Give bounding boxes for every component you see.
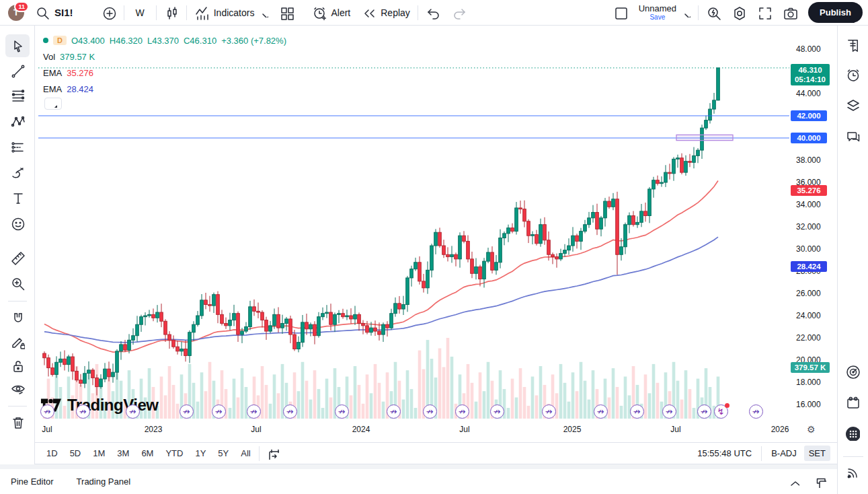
- candle-body[interactable]: [63, 359, 67, 364]
- candle-body[interactable]: [370, 328, 373, 332]
- restore-panel-icon[interactable]: [814, 476, 826, 488]
- candle-body[interactable]: [576, 236, 579, 241]
- candle-body[interactable]: [317, 317, 321, 336]
- candle-body[interactable]: [257, 311, 260, 312]
- trend-line-tool[interactable]: [5, 59, 30, 82]
- candle-body[interactable]: [225, 324, 228, 326]
- layout-name-button[interactable]: Unnamed Save: [633, 0, 696, 26]
- candle-body[interactable]: [402, 305, 405, 310]
- candle-body[interactable]: [668, 172, 672, 174]
- ema-slow-legend-row[interactable]: EMA 28.424: [43, 81, 286, 96]
- time-axis-settings-icon[interactable]: ⚙: [807, 424, 816, 435]
- candle-body[interactable]: [160, 312, 163, 321]
- candle-body[interactable]: [180, 349, 184, 351]
- contract-rollover-marker[interactable]: ↛: [126, 404, 140, 419]
- zoom-in-tool[interactable]: [5, 272, 30, 295]
- user-avatar[interactable]: T 11: [8, 5, 24, 21]
- candle-body[interactable]: [612, 199, 615, 207]
- candle-body[interactable]: [571, 236, 575, 246]
- candle-body[interactable]: [693, 155, 696, 162]
- candle-body[interactable]: [523, 209, 526, 221]
- candle-body[interactable]: [140, 317, 143, 325]
- watchlist-button[interactable]: [845, 38, 861, 54]
- contract-rollover-marker[interactable]: ↛: [630, 404, 644, 419]
- contract-rollover-marker[interactable]: ↛: [387, 404, 401, 419]
- contract-rollover-marker[interactable]: ↛: [542, 404, 556, 419]
- contract-rollover-marker[interactable]: ↛: [212, 404, 226, 419]
- fib-retracement-tool[interactable]: [5, 84, 30, 107]
- candle-body[interactable]: [600, 218, 603, 230]
- quick-search-button[interactable]: [701, 0, 726, 26]
- candle-body[interactable]: [620, 247, 623, 255]
- fullscreen-button[interactable]: [752, 0, 777, 26]
- candle-body[interactable]: [676, 158, 680, 160]
- pine-editor-tab[interactable]: Pine Editor: [11, 477, 54, 487]
- candle-body[interactable]: [382, 324, 385, 334]
- candle-body[interactable]: [309, 324, 313, 329]
- candle-body[interactable]: [531, 235, 535, 236]
- candle-body[interactable]: [697, 150, 700, 155]
- legend-collapse-button[interactable]: [44, 98, 62, 110]
- candle-body[interactable]: [212, 295, 216, 306]
- candle-body[interactable]: [47, 358, 50, 368]
- candle-body[interactable]: [519, 208, 522, 209]
- calendar-button[interactable]: [845, 395, 861, 411]
- candle-body[interactable]: [366, 326, 369, 332]
- undo-button[interactable]: [420, 0, 446, 26]
- candle-body[interactable]: [422, 281, 426, 288]
- contract-rollover-marker[interactable]: ↛: [490, 404, 504, 419]
- candle-body[interactable]: [253, 307, 256, 312]
- candle-body[interactable]: [196, 316, 200, 324]
- remove-drawings-tool[interactable]: [5, 411, 30, 433]
- candle-body[interactable]: [479, 267, 482, 279]
- layout-select-button[interactable]: [608, 0, 633, 26]
- candle-body[interactable]: [43, 353, 46, 358]
- candle-body[interactable]: [87, 370, 91, 374]
- candle-body[interactable]: [426, 270, 430, 287]
- save-label[interactable]: Save: [649, 13, 665, 21]
- candle-body[interactable]: [624, 225, 627, 247]
- symbol-legend-row[interactable]: D O43.400 H46.320 L43.370 C46.310 +3.360…: [43, 33, 286, 48]
- candle-body[interactable]: [628, 216, 631, 225]
- candle-body[interactable]: [507, 228, 510, 234]
- candle-body[interactable]: [245, 327, 248, 332]
- candle-body[interactable]: [604, 201, 607, 218]
- candle-body[interactable]: [455, 254, 458, 259]
- contract-rollover-marker[interactable]: ↛: [697, 404, 711, 419]
- layers-button[interactable]: [845, 98, 861, 114]
- magnet-tool[interactable]: [5, 307, 30, 330]
- brush-tool[interactable]: [5, 161, 30, 184]
- drawing-mode-tool[interactable]: [5, 330, 30, 353]
- contract-rollover-marker[interactable]: ↛: [423, 404, 437, 419]
- candle-body[interactable]: [414, 262, 418, 269]
- candle-body[interactable]: [350, 316, 353, 319]
- candle-body[interactable]: [652, 180, 656, 189]
- expand-panel-chevron-icon[interactable]: [787, 476, 799, 488]
- candle-body[interactable]: [648, 189, 652, 216]
- candle-body[interactable]: [204, 300, 208, 305]
- candle-body[interactable]: [684, 162, 688, 173]
- candle-body[interactable]: [346, 316, 349, 317]
- volume-legend-row[interactable]: Vol 379.57 K: [43, 49, 286, 64]
- candle-body[interactable]: [168, 334, 171, 340]
- candle-body[interactable]: [229, 320, 232, 326]
- candle-body[interactable]: [285, 319, 288, 324]
- contract-rollover-marker[interactable]: ↛: [594, 404, 608, 419]
- candle-body[interactable]: [281, 324, 284, 328]
- trading-panel-tab[interactable]: Trading Panel: [77, 477, 130, 487]
- candle-body[interactable]: [362, 324, 365, 326]
- candle-body[interactable]: [249, 307, 252, 327]
- publish-button[interactable]: Publish: [808, 2, 863, 23]
- candle-body[interactable]: [535, 235, 539, 244]
- candle-body[interactable]: [483, 261, 486, 279]
- range-button-1Y[interactable]: 1Y: [189, 446, 212, 461]
- clock-utc[interactable]: 15:55:48 UTC: [693, 446, 756, 461]
- pattern-tool[interactable]: [5, 110, 30, 133]
- candle-body[interactable]: [116, 351, 119, 372]
- candle-body[interactable]: [559, 254, 563, 259]
- screener-button[interactable]: [845, 364, 861, 380]
- candle-body[interactable]: [705, 120, 708, 129]
- candle-body[interactable]: [511, 228, 514, 232]
- candle-body[interactable]: [656, 180, 660, 184]
- adjustment-toggle[interactable]: B-ADJ: [766, 446, 801, 461]
